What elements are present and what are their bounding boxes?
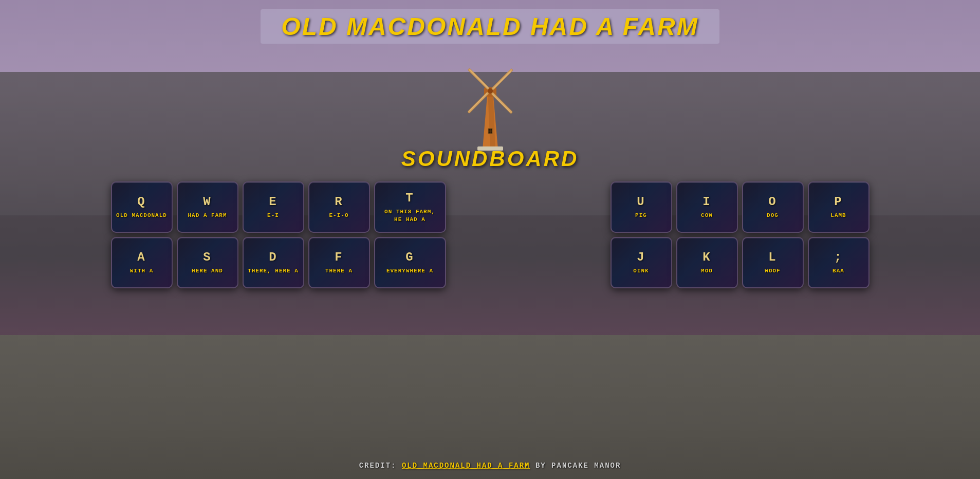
key-P[interactable]: P LAMB bbox=[808, 181, 870, 233]
key-Q[interactable]: Q OLD MACDONALD bbox=[111, 181, 173, 233]
key-label-Q: OLD MACDONALD bbox=[113, 212, 170, 219]
key-letter-D: D bbox=[269, 250, 277, 264]
key-label-K: MOO bbox=[698, 267, 716, 274]
key-R[interactable]: R E-I-O bbox=[308, 181, 370, 233]
left-row-2: A WITH A S HERE AND D THERE, HERE A F TH… bbox=[111, 237, 446, 288]
key-O[interactable]: O DOG bbox=[742, 181, 804, 233]
svg-rect-11 bbox=[470, 70, 488, 88]
key-A[interactable]: A WITH A bbox=[111, 237, 173, 288]
key-label-L: WOOF bbox=[762, 267, 783, 274]
key-label-T: ON THIS FARM,HE HAD A bbox=[381, 208, 438, 223]
key-letter-Q: Q bbox=[137, 195, 145, 209]
key-label-E: E-I bbox=[264, 212, 282, 219]
key-letter-F: F bbox=[335, 250, 343, 264]
key-label-A: WITH A bbox=[127, 267, 157, 274]
windmill-icon bbox=[449, 49, 531, 152]
key-letter-L: L bbox=[768, 250, 776, 264]
credit-footer: CREDIT: OLD MACDONALD HAD A FARM BY PANC… bbox=[359, 462, 621, 470]
key-letter-J: J bbox=[637, 250, 645, 264]
title-box: OLD MACDONALD HAD A FARM bbox=[261, 9, 719, 44]
key-letter-E: E bbox=[269, 195, 277, 209]
key-letter-A: A bbox=[137, 250, 145, 264]
key-label-W: HAD A FARM bbox=[184, 212, 230, 219]
right-keys-group: U PIG I COW O DOG P LAMB bbox=[611, 181, 870, 288]
svg-rect-8 bbox=[469, 93, 487, 111]
svg-rect-13 bbox=[492, 94, 510, 112]
key-label-F: THERE A bbox=[322, 267, 356, 274]
key-E[interactable]: E E-I bbox=[243, 181, 304, 233]
key-letter-G: G bbox=[405, 250, 414, 264]
windmill-graphic bbox=[449, 49, 531, 152]
page-title: OLD MACDONALD HAD A FARM bbox=[281, 12, 698, 41]
key-G[interactable]: G EVERYWHERE A bbox=[374, 237, 446, 288]
key-L[interactable]: L WOOF bbox=[742, 237, 804, 288]
credit-suffix: BY PANCAKE MANOR bbox=[530, 462, 621, 470]
key-label-D: THERE, HERE A bbox=[245, 267, 302, 274]
key-label-G: EVERYWHERE A bbox=[383, 267, 436, 274]
key-label-I: COW bbox=[698, 212, 716, 219]
key-letter-I: I bbox=[702, 195, 711, 209]
credit-link[interactable]: OLD MACDONALD HAD A FARM bbox=[402, 462, 530, 470]
key-I[interactable]: I COW bbox=[676, 181, 738, 233]
key-U[interactable]: U PIG bbox=[611, 181, 672, 233]
key-D[interactable]: D THERE, HERE A bbox=[243, 237, 304, 288]
svg-rect-15 bbox=[493, 71, 511, 89]
key-letter-T: T bbox=[405, 191, 414, 205]
keys-area: Q OLD MACDONALD W HAD A FARM E E-I R E-I… bbox=[0, 181, 980, 288]
key-label-P: LAMB bbox=[827, 212, 849, 219]
left-row-1: Q OLD MACDONALD W HAD A FARM E E-I R E-I… bbox=[111, 181, 446, 233]
key-letter-S: S bbox=[203, 250, 211, 264]
svg-rect-16 bbox=[477, 146, 503, 151]
left-keys-group: Q OLD MACDONALD W HAD A FARM E E-I R E-I… bbox=[111, 181, 446, 288]
key-label-U: PIG bbox=[632, 212, 650, 219]
key-K[interactable]: K MOO bbox=[676, 237, 738, 288]
key-label-semicolon: BAA bbox=[829, 267, 847, 274]
right-row-1: U PIG I COW O DOG P LAMB bbox=[611, 181, 870, 233]
key-semicolon[interactable]: ; BAA bbox=[808, 237, 870, 288]
key-F[interactable]: F THERE A bbox=[308, 237, 370, 288]
right-row-2: J OINK K MOO L WOOF ; BAA bbox=[611, 237, 870, 288]
key-T[interactable]: T ON THIS FARM,HE HAD A bbox=[374, 181, 446, 233]
key-letter-R: R bbox=[335, 195, 343, 209]
key-label-J: OINK bbox=[630, 267, 652, 274]
key-label-R: E-I-O bbox=[326, 212, 352, 219]
key-letter-U: U bbox=[637, 195, 645, 209]
key-S[interactable]: S HERE AND bbox=[177, 237, 238, 288]
key-label-O: DOG bbox=[764, 212, 782, 219]
svg-rect-9 bbox=[470, 94, 488, 112]
main-content: OLD MACDONALD HAD A FARM bbox=[0, 0, 980, 479]
key-label-S: HERE AND bbox=[189, 267, 226, 274]
key-W[interactable]: W HAD A FARM bbox=[177, 181, 238, 233]
key-letter-semicolon: ; bbox=[834, 250, 842, 264]
key-letter-K: K bbox=[702, 250, 711, 264]
key-letter-W: W bbox=[203, 195, 211, 209]
key-J[interactable]: J OINK bbox=[611, 237, 672, 288]
key-letter-O: O bbox=[768, 195, 776, 209]
key-letter-P: P bbox=[834, 195, 842, 209]
credit-prefix: CREDIT: bbox=[359, 462, 402, 470]
